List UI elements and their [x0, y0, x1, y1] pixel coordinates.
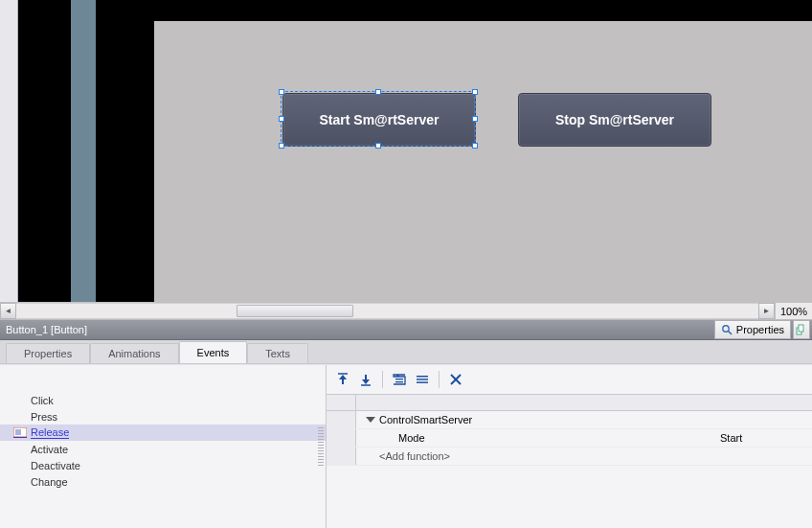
vertical-ruler: [0, 0, 18, 302]
resize-handle-bl[interactable]: [279, 143, 284, 149]
resize-handle-mr[interactable]: [472, 116, 478, 122]
horizontal-scrollbar[interactable]: ◄ ► 100%: [0, 302, 812, 319]
zoom-indicator[interactable]: 100%: [775, 303, 812, 319]
event-click[interactable]: Click: [0, 392, 326, 408]
svg-rect-3: [799, 325, 803, 332]
move-down-button[interactable]: [355, 369, 376, 390]
tab-events-label: Events: [197, 347, 230, 358]
canvas-blue-strip: [71, 0, 96, 302]
event-change-label: Change: [31, 476, 68, 488]
tab-texts[interactable]: Texts: [247, 343, 308, 363]
function-list-panel: ControlSmartServer Mode Start <Add funct: [327, 365, 812, 528]
design-canvas[interactable]: Start Sm@rtServer Stop Sm@rtServer: [18, 0, 812, 302]
event-deactivate[interactable]: Deactivate: [0, 457, 326, 473]
delete-button[interactable]: [445, 369, 466, 390]
hmi-screen-area[interactable]: Start Sm@rtServer Stop Sm@rtServer: [154, 21, 812, 302]
scroll-right-button[interactable]: ►: [758, 303, 775, 319]
function-name: ControlSmartServer: [379, 414, 472, 425]
expand-button[interactable]: [389, 369, 410, 390]
splitter-handle[interactable]: [318, 427, 324, 466]
function-toolbar: [327, 365, 812, 395]
tab-animations-label: Animations: [108, 348, 160, 359]
function-row[interactable]: ControlSmartServer: [327, 411, 812, 429]
event-release[interactable]: Release: [0, 425, 326, 441]
info-icon: [796, 324, 807, 335]
tab-events[interactable]: Events: [179, 341, 248, 363]
resize-handle-bm[interactable]: [375, 143, 381, 149]
svg-rect-14: [417, 381, 428, 383]
svg-rect-12: [417, 376, 428, 378]
properties-icon: [721, 324, 733, 335]
event-press-label: Press: [31, 411, 57, 423]
scroll-thumb[interactable]: [237, 305, 353, 317]
toolbar-separator: [382, 371, 383, 388]
param-value: Start: [720, 432, 742, 444]
event-deactivate-label: Deactivate: [31, 460, 80, 471]
event-activate[interactable]: Activate: [0, 441, 326, 457]
inspector-title-bar: Button_1 [Button] Properties: [0, 319, 812, 340]
event-activate-label: Activate: [31, 444, 68, 455]
event-press[interactable]: Press: [0, 408, 326, 425]
events-list-panel: Click Press Release Activate Deactivate …: [0, 365, 327, 528]
resize-handle-tm[interactable]: [375, 89, 381, 95]
hmi-stop-button-label: Stop Sm@rtServer: [555, 112, 674, 127]
tab-animations[interactable]: Animations: [90, 343, 178, 363]
function-grid-header: [327, 395, 812, 411]
param-name: Mode: [398, 432, 425, 444]
tab-properties[interactable]: Properties: [6, 343, 90, 363]
resize-handle-br[interactable]: [472, 143, 478, 149]
inspector-title: Button_1 [Button]: [6, 324, 87, 335]
toolbar-separator-2: [439, 371, 440, 388]
zoom-value: 100%: [780, 306, 807, 317]
event-change[interactable]: Change: [0, 473, 326, 490]
resize-handle-tl[interactable]: [279, 89, 284, 95]
add-function-row[interactable]: <Add function>: [327, 448, 812, 466]
info-pane-toggle[interactable]: [793, 320, 810, 339]
function-param-row[interactable]: Mode Start: [327, 429, 812, 448]
move-up-button[interactable]: [332, 369, 353, 390]
inspector-tabs: Properties Animations Events Texts: [0, 340, 812, 364]
svg-point-0: [723, 326, 729, 332]
add-function-placeholder: <Add function>: [379, 450, 450, 462]
release-event-icon: [13, 427, 27, 438]
collapse-button[interactable]: [412, 369, 433, 390]
tab-properties-label: Properties: [24, 348, 72, 359]
selection-outline[interactable]: [281, 91, 476, 147]
tab-texts-label: Texts: [265, 348, 290, 359]
svg-rect-13: [417, 379, 428, 380]
scroll-left-button[interactable]: ◄: [0, 303, 16, 319]
function-grid[interactable]: ControlSmartServer Mode Start <Add funct: [327, 411, 812, 528]
properties-pane-label: Properties: [736, 324, 784, 335]
hmi-stop-button[interactable]: Stop Sm@rtServer: [518, 93, 711, 147]
resize-handle-ml[interactable]: [279, 116, 284, 122]
resize-handle-tr[interactable]: [472, 89, 478, 95]
svg-line-1: [728, 332, 732, 335]
properties-pane-toggle[interactable]: Properties: [714, 320, 791, 339]
disclosure-icon[interactable]: [366, 417, 375, 423]
svg-rect-10: [395, 379, 403, 379]
svg-rect-11: [395, 381, 403, 382]
event-release-label: Release: [31, 426, 69, 439]
event-click-label: Click: [31, 395, 54, 406]
scroll-track[interactable]: [16, 303, 758, 319]
